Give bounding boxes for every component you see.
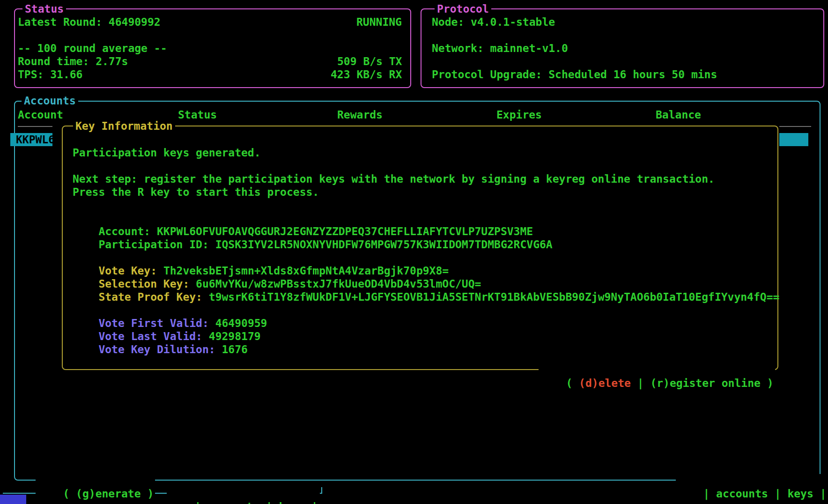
round-average-header: -- 100 round average -- — [18, 42, 167, 55]
table-row-selected[interactable]: KKPWL6 — [10, 133, 52, 146]
panel-tab-keys[interactable]: keys — [787, 488, 813, 500]
screen-tab-bar: | accounts | keys | — [167, 487, 320, 504]
terminal-screen: Status Latest Round: 46490992 RUNNING --… — [0, 0, 828, 504]
participation-id-value: IQSK3IYV2LR5NOXNYVHDFW76MPGW757K3WIIDOM7… — [215, 238, 553, 251]
footer-open-paren: ( — [566, 377, 579, 389]
modal-footer-commands: ( (d)elete | (r)egister online ) — [539, 363, 775, 403]
column-header-rewards: Rewards — [337, 108, 383, 121]
panel-tab-accounts[interactable]: accounts — [716, 488, 768, 500]
participation-id-label: Participation ID: — [98, 238, 215, 251]
generate-command[interactable]: (g)enerate — [76, 488, 140, 500]
column-header-balance: Balance — [656, 108, 701, 121]
panel-tabs-separator: | — [768, 488, 788, 500]
generate-open-paren: ( — [63, 488, 76, 500]
footer-separator: | — [631, 377, 651, 389]
keys-generated-message: Participation keys generated. — [73, 146, 261, 159]
column-header-status: Status — [178, 108, 217, 121]
network-text: Network: mainnet-v1.0 — [432, 42, 568, 55]
column-header-expires: Expires — [496, 108, 542, 121]
header-divider-left — [18, 126, 52, 127]
vote-key-dilution-field: Vote Key Dilution: 1676 — [73, 330, 248, 369]
node-state-badge: RUNNING — [356, 15, 402, 29]
panel-tabs-close: | — [813, 488, 827, 500]
header-divider-right — [779, 126, 811, 127]
terminal-cursor-block — [0, 495, 26, 504]
status-panel-title: Status — [22, 2, 66, 15]
column-header-account: Account — [18, 108, 63, 121]
accounts-panel-title: Accounts — [22, 94, 78, 107]
rx-rate-text: 423 KB/s RX — [331, 68, 402, 81]
key-information-title: Key Information — [73, 119, 175, 133]
panel-tabs-open: | — [703, 488, 716, 500]
state-proof-key-label: State Proof Key: — [98, 291, 208, 303]
vote-key-dilution-label: Vote Key Dilution: — [98, 343, 222, 356]
tps-text: TPS: 31.66 — [18, 68, 82, 81]
next-step-message: Next step: register the participation ke… — [73, 172, 715, 185]
screen-tabs-close: | — [305, 501, 318, 504]
press-r-message: Press the R key to start this process. — [73, 185, 319, 199]
panel-tab-bar: | accounts | keys | — [676, 474, 828, 504]
screen-tabs-open: | — [194, 501, 207, 504]
register-online-command[interactable]: (r)egister online — [650, 377, 760, 389]
footer-close-paren: ) — [761, 377, 774, 389]
screen-tab-accounts[interactable]: accounts — [207, 501, 259, 504]
bottom-bar-hook — [321, 487, 322, 494]
generate-hint: ( (g)enerate ) — [36, 474, 155, 504]
protocol-panel-title: Protocol — [435, 2, 491, 15]
screen-tabs-separator: | — [259, 501, 279, 504]
tx-rate-text: 509 B/s TX — [337, 55, 402, 68]
round-time-text: Round time: 2.77s — [18, 55, 128, 68]
generate-close-paren: ) — [141, 488, 154, 500]
node-version-text: Node: v4.0.1-stable — [432, 15, 555, 29]
protocol-upgrade-text: Protocol Upgrade: Scheduled 16 hours 50 … — [432, 68, 717, 81]
table-row-selected-tail[interactable] — [779, 133, 808, 146]
vote-key-dilution-value: 1676 — [222, 343, 248, 356]
delete-command[interactable]: (d)elete — [579, 377, 631, 389]
latest-round-text: Latest Round: 46490992 — [18, 15, 161, 29]
selected-account-text: KKPWL6 — [16, 133, 55, 146]
state-proof-key-value: t9wsrK6tiT1Y8zfWUkDF1V+LJGFYSEOVB1JiA5SE… — [209, 291, 780, 303]
screen-tab-keys[interactable]: keys — [279, 501, 304, 504]
